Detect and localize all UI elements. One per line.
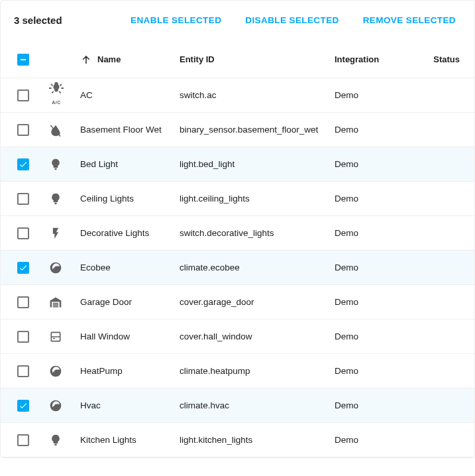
table-row[interactable]: Kitchen Lightslight.kitchen_lightsDemo	[1, 423, 474, 457]
entities-card: 3 selected ENABLE SELECTED DISABLE SELEC…	[0, 0, 475, 458]
thermostat-icon	[48, 398, 63, 413]
table-row[interactable]: Garage Doorcover.garage_doorDemo	[1, 285, 474, 320]
lightbulb-icon	[48, 433, 63, 447]
row-checkbox[interactable]	[17, 262, 29, 274]
row-checkbox[interactable]	[17, 365, 29, 377]
row-integration: Demo	[333, 263, 419, 272]
row-name: Hvac	[79, 400, 178, 410]
row-name: Bed Light	[79, 159, 178, 169]
row-name: Garage Door	[79, 297, 178, 307]
table-row[interactable]: Hall Windowcover.hall_windowDemo	[1, 320, 474, 354]
row-entity-id: climate.hvac	[178, 400, 333, 410]
row-icon-cell	[44, 261, 79, 275]
header-name-label: Name	[97, 54, 121, 64]
header-entity-id-label: Entity ID	[180, 54, 215, 64]
table-header-row: Name Entity ID Integration Status	[1, 41, 474, 78]
row-icon-cell	[44, 157, 79, 172]
row-name: Ceiling Lights	[79, 194, 178, 204]
row-integration: Demo	[333, 90, 419, 100]
table-row[interactable]: Ecobeeclimate.ecobeeDemo	[1, 251, 474, 285]
row-checkbox[interactable]	[17, 434, 29, 446]
header-entity-id[interactable]: Entity ID	[178, 54, 333, 64]
row-name: Kitchen Lights	[79, 435, 178, 445]
table-row[interactable]: HeatPumpclimate.heatpumpDemo	[1, 354, 474, 388]
ac-label: A/C	[48, 95, 64, 109]
row-entity-id: light.bed_light	[178, 159, 333, 169]
row-entity-id: switch.ac	[178, 90, 333, 100]
row-checkbox-cell	[2, 158, 44, 170]
select-all-checkbox[interactable]	[17, 54, 29, 66]
row-checkbox[interactable]	[17, 158, 29, 170]
header-status[interactable]: Status	[419, 54, 473, 64]
thermostat-icon	[48, 364, 63, 379]
table-row[interactable]: Bed Lightlight.bed_lightDemo	[1, 147, 474, 182]
table-row[interactable]: Decorative Lightsswitch.decorative_light…	[1, 216, 474, 251]
row-checkbox[interactable]	[17, 400, 29, 412]
selection-toolbar: 3 selected ENABLE SELECTED DISABLE SELEC…	[1, 1, 474, 41]
row-checkbox-cell	[2, 227, 44, 239]
row-checkbox-cell	[2, 89, 44, 101]
row-entity-id: light.kitchen_lights	[178, 435, 333, 445]
row-checkbox-cell	[2, 365, 44, 377]
lightbulb-icon	[48, 192, 63, 206]
row-checkbox-cell	[2, 262, 44, 274]
disable-selected-button[interactable]: DISABLE SELECTED	[240, 11, 344, 29]
row-checkbox-cell	[2, 193, 44, 205]
check-icon	[19, 401, 28, 410]
table-row[interactable]: Hvacclimate.hvacDemo	[1, 388, 474, 423]
row-icon-cell	[44, 433, 79, 447]
row-checkbox[interactable]	[17, 193, 29, 205]
row-checkbox[interactable]	[17, 331, 29, 343]
selection-summary: 3 selected	[14, 15, 62, 26]
header-integration-label: Integration	[335, 54, 379, 64]
row-entity-id: climate.heatpump	[178, 366, 333, 376]
check-icon	[19, 263, 28, 272]
row-entity-id: climate.ecobee	[178, 263, 333, 272]
row-name: Ecobee	[79, 263, 178, 272]
row-checkbox[interactable]	[17, 89, 29, 101]
flash-icon	[48, 226, 63, 241]
table-row[interactable]: Basement Floor Wetbinary_sensor.basement…	[1, 113, 474, 147]
row-entity-id: cover.hall_window	[178, 331, 333, 341]
svg-rect-0	[21, 59, 26, 60]
row-integration: Demo	[333, 366, 419, 376]
row-name: AC	[79, 90, 178, 100]
row-integration: Demo	[333, 435, 419, 445]
row-integration: Demo	[333, 331, 419, 341]
row-icon-cell	[44, 398, 79, 413]
row-entity-id: cover.garage_door	[178, 297, 333, 307]
header-integration[interactable]: Integration	[333, 54, 419, 64]
row-integration: Demo	[333, 194, 419, 204]
row-entity-id: binary_sensor.basement_floor_wet	[178, 125, 333, 135]
sort-ascending-icon	[80, 54, 92, 66]
thermostat-icon	[48, 261, 63, 275]
check-icon	[19, 160, 28, 169]
row-icon-cell	[44, 123, 79, 137]
enable-selected-button[interactable]: ENABLE SELECTED	[125, 11, 227, 29]
row-entity-id: light.ceiling_lights	[178, 194, 333, 204]
row-checkbox[interactable]	[17, 124, 29, 136]
table-row[interactable]: Ceiling Lightslight.ceiling_lightsDemo	[1, 182, 474, 216]
header-status-label: Status	[433, 54, 460, 64]
row-name: HeatPump	[79, 366, 178, 376]
select-all-cell	[2, 54, 44, 66]
row-checkbox-cell	[2, 331, 44, 343]
lightbulb-icon	[48, 157, 63, 172]
row-icon-cell	[44, 329, 79, 344]
row-entity-id: switch.decorative_lights	[178, 228, 333, 238]
row-checkbox[interactable]	[17, 296, 29, 308]
row-integration: Demo	[333, 159, 419, 169]
water-off-icon	[48, 123, 63, 137]
row-checkbox[interactable]	[17, 227, 29, 239]
window-icon	[48, 329, 63, 344]
header-name[interactable]: Name	[79, 54, 178, 66]
row-checkbox-cell	[2, 124, 44, 136]
row-icon-cell	[44, 192, 79, 206]
remove-selected-button[interactable]: REMOVE SELECTED	[358, 11, 461, 29]
row-icon-cell: A/C	[44, 81, 79, 109]
row-name: Decorative Lights	[79, 228, 178, 238]
row-icon-cell	[44, 295, 79, 310]
row-integration: Demo	[333, 125, 419, 135]
row-integration: Demo	[333, 297, 419, 307]
table-row[interactable]: A/C ACswitch.acDemo	[1, 78, 474, 113]
